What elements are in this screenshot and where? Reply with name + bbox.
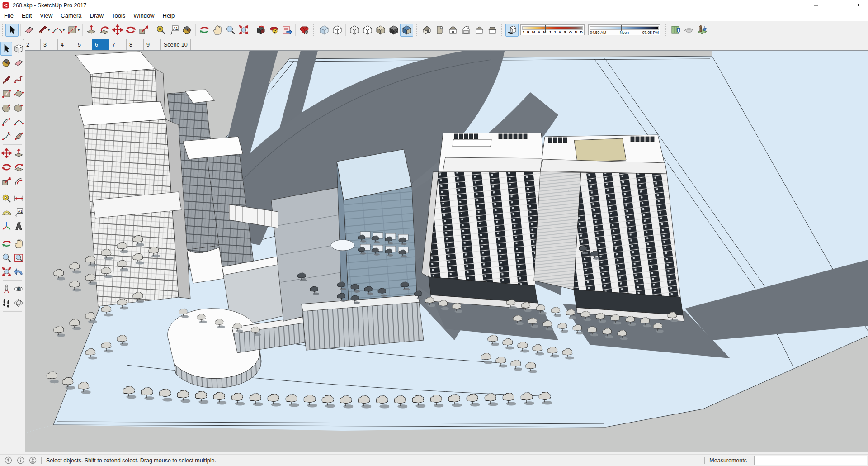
shadow-time-slider[interactable]: 04:50 AM Noon 07:05 PM: [588, 24, 660, 35]
top-view-button[interactable]: [433, 24, 446, 37]
styles-button[interactable]: [297, 24, 311, 37]
shadow-time-handle[interactable]: [621, 25, 622, 31]
text-tool[interactable]: [13, 205, 24, 219]
scene-tab-2[interactable]: 2: [24, 39, 41, 50]
hidden-line-style-button[interactable]: [361, 24, 374, 37]
shaded-textures-style-button[interactable]: [387, 24, 400, 37]
position-camera-tool[interactable]: [0, 282, 12, 296]
followme-tool-button[interactable]: [98, 24, 111, 37]
close-button[interactable]: [847, 0, 868, 10]
eraser-tool-button[interactable]: [23, 24, 36, 37]
zoom-extents-button[interactable]: [237, 24, 250, 37]
zoom-window-tool[interactable]: [13, 251, 24, 265]
select-tool[interactable]: [0, 42, 12, 56]
pushpull-tool-button[interactable]: [85, 24, 98, 37]
orbit-tool[interactable]: [0, 237, 12, 251]
measurements-input[interactable]: [754, 456, 867, 465]
polygon-tool[interactable]: [13, 101, 24, 115]
right-view-button[interactable]: [459, 24, 472, 37]
xray-style-button[interactable]: [317, 24, 330, 37]
offset-tool[interactable]: [13, 174, 24, 188]
scale-tool[interactable]: [0, 174, 12, 188]
rectangle-tool[interactable]: [0, 87, 12, 101]
scene-tab-8[interactable]: 8: [127, 39, 144, 50]
scene-tab-7[interactable]: 7: [109, 39, 127, 50]
three-point-arc-tool[interactable]: [0, 129, 12, 143]
rectangle-tool-button[interactable]: [66, 24, 79, 37]
pushpull-tool[interactable]: [13, 146, 24, 160]
eraser-tool[interactable]: [13, 56, 24, 70]
rectangle-tool-dropdown[interactable]: ▾: [78, 28, 80, 32]
move-tool[interactable]: [0, 146, 12, 160]
shadow-date-slider[interactable]: JFMAMJJASOND: [520, 24, 585, 35]
menu-help[interactable]: Help: [159, 11, 179, 20]
move-tool-button[interactable]: [111, 24, 124, 37]
scene-tab-3[interactable]: 3: [41, 39, 58, 50]
left-view-button[interactable]: [486, 24, 499, 37]
zoom-tool[interactable]: [0, 251, 12, 265]
axes-tool[interactable]: [0, 219, 12, 233]
sign-in-icon[interactable]: [29, 456, 37, 464]
minimize-button[interactable]: [806, 0, 826, 10]
two-point-arc-tool[interactable]: [0, 115, 12, 129]
protractor-tool[interactable]: [0, 205, 12, 219]
menu-tools[interactable]: Tools: [108, 11, 129, 20]
shadow-date-handle[interactable]: [545, 25, 546, 31]
geolocation-icon[interactable]: [5, 456, 12, 464]
toolbar-grip[interactable]: [2, 24, 4, 36]
previous-view-tool[interactable]: [13, 265, 24, 279]
pan-tool[interactable]: [13, 237, 24, 251]
line-tool[interactable]: [0, 73, 12, 87]
line-tool-dropdown[interactable]: ▾: [48, 28, 50, 32]
toggle-terrain-button[interactable]: [682, 24, 695, 37]
tape-measure-button[interactable]: [154, 24, 167, 37]
front-view-button[interactable]: [446, 24, 459, 37]
paint-bucket-tool[interactable]: [0, 56, 12, 70]
scene-tab-9[interactable]: 9: [144, 39, 161, 50]
section-plane-tool[interactable]: [13, 296, 24, 310]
rotate-tool[interactable]: [0, 160, 12, 174]
look-around-tool[interactable]: [13, 282, 24, 296]
wireframe-style-button[interactable]: [348, 24, 361, 37]
arc-tool-dropdown[interactable]: ▾: [63, 28, 65, 32]
position-camera-button[interactable]: [254, 24, 267, 37]
iso-view-button[interactable]: [420, 24, 433, 37]
arc-tool[interactable]: [13, 115, 24, 129]
match-photo-button[interactable]: [267, 24, 280, 37]
scale-tool-button[interactable]: [137, 24, 150, 37]
make-component-tool[interactable]: [13, 42, 24, 56]
photo-textures-button[interactable]: [695, 24, 708, 37]
menu-edit[interactable]: Edit: [18, 11, 36, 20]
scene-tab-6[interactable]: 6: [92, 39, 109, 50]
line-tool-button[interactable]: [36, 24, 49, 37]
menu-file[interactable]: File: [0, 11, 18, 20]
zoom-extents-tool[interactable]: [0, 265, 12, 279]
send-to-layout-button[interactable]: [280, 24, 293, 37]
pan-tool-button[interactable]: [211, 24, 224, 37]
menu-view[interactable]: View: [36, 11, 57, 20]
maximize-button[interactable]: [826, 0, 847, 10]
add-location-button[interactable]: [669, 24, 682, 37]
paint-bucket-button[interactable]: [180, 24, 193, 37]
menu-window[interactable]: Window: [129, 11, 158, 20]
text-tool-button[interactable]: [167, 24, 180, 37]
scene-tab-5[interactable]: 5: [75, 39, 92, 50]
claim-credit-icon[interactable]: [17, 456, 24, 464]
monochrome-style-button[interactable]: [400, 24, 413, 37]
toggle-shadows-button[interactable]: [505, 24, 519, 37]
shaded-style-button[interactable]: [374, 24, 387, 37]
pie-tool[interactable]: [13, 129, 24, 143]
dimension-tool[interactable]: [13, 191, 24, 205]
select-tool-button[interactable]: [5, 24, 19, 37]
orbit-tool-button[interactable]: [198, 24, 211, 37]
back-edges-style-button[interactable]: [330, 24, 344, 37]
arc-tool-button[interactable]: [51, 24, 64, 37]
rotated-rectangle-tool[interactable]: [13, 87, 24, 101]
walk-tool[interactable]: [0, 296, 12, 310]
tape-measure-tool[interactable]: [0, 191, 12, 205]
menu-camera[interactable]: Camera: [57, 11, 85, 20]
3d-text-tool[interactable]: [13, 219, 24, 233]
circle-tool[interactable]: [0, 101, 12, 115]
rotate-tool-button[interactable]: [124, 24, 137, 37]
freehand-tool[interactable]: [13, 73, 24, 87]
